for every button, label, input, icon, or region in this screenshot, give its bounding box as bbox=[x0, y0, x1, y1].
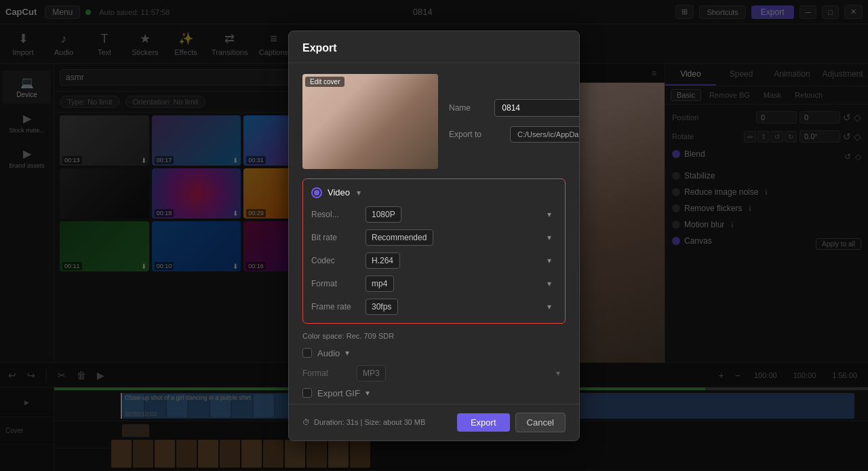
codec-row: Codec H.264 H.265 bbox=[311, 252, 557, 269]
export-to-label: Export to bbox=[449, 130, 510, 139]
audio-section-header: Audio ▾ bbox=[302, 348, 566, 358]
modal-meta: Name Export to 📁 bbox=[449, 74, 579, 169]
audio-format-select-wrap: MP3 AAC bbox=[357, 365, 566, 381]
bitrate-row: Bit rate Recommended Low High bbox=[311, 229, 557, 246]
bitrate-select-wrap: Recommended Low High bbox=[366, 229, 557, 246]
video-section-title: Video bbox=[328, 187, 350, 197]
modal-cancel-btn[interactable]: Cancel bbox=[515, 413, 566, 432]
modal-body: Edit cover Name Export to 📁 bbox=[289, 63, 579, 404]
audio-section: Audio ▾ Format MP3 AAC bbox=[302, 348, 566, 381]
audio-section-title: Audio bbox=[317, 348, 340, 358]
format-label: Format bbox=[311, 279, 366, 288]
edit-cover-btn[interactable]: Edit cover bbox=[305, 77, 344, 87]
bitrate-select[interactable]: Recommended Low High bbox=[366, 229, 433, 246]
gif-section-header: Export GIF ▾ bbox=[302, 388, 566, 398]
bitrate-label: Bit rate bbox=[311, 233, 366, 242]
modal-footer: ⏱ Duration: 31s | Size: about 30 MB Expo… bbox=[289, 404, 579, 440]
framerate-select[interactable]: 30fps 24fps 60fps bbox=[366, 299, 398, 315]
export-path-input[interactable] bbox=[510, 126, 579, 143]
modal-top: Edit cover Name Export to 📁 bbox=[302, 74, 566, 169]
modal-preview-image: Edit cover bbox=[302, 74, 438, 169]
gif-section-arrow: ▾ bbox=[366, 388, 370, 398]
modal-overlay[interactable]: Export Edit cover Name Export to bbox=[0, 0, 868, 471]
modal-header: Export bbox=[289, 31, 579, 63]
audio-format-label: Format bbox=[302, 369, 357, 378]
modal-export-btn[interactable]: Export bbox=[457, 413, 510, 432]
format-select[interactable]: mp4 mov avi bbox=[366, 276, 394, 292]
video-checkbox[interactable] bbox=[311, 187, 322, 198]
audio-format-row: Format MP3 AAC bbox=[302, 365, 566, 381]
framerate-label: Frame rate bbox=[311, 302, 366, 312]
duration-icon: ⏱ bbox=[302, 418, 310, 426]
color-space-text: Color space: Rec. 709 SDR bbox=[302, 332, 566, 340]
video-checkbox-inner bbox=[314, 190, 319, 195]
name-row: Name bbox=[449, 99, 579, 117]
framerate-row: Frame rate 30fps 24fps 60fps bbox=[311, 299, 557, 315]
audio-format-select[interactable]: MP3 AAC bbox=[357, 365, 386, 381]
export-path: 📁 bbox=[510, 125, 579, 143]
codec-select[interactable]: H.264 H.265 bbox=[366, 252, 400, 269]
video-section: Video ▾ Resol... 1080P 720P 4K bbox=[302, 178, 566, 324]
format-select-wrap: mp4 mov avi bbox=[366, 276, 557, 292]
codec-label: Codec bbox=[311, 256, 366, 265]
resolution-row: Resol... 1080P 720P 4K bbox=[311, 206, 557, 223]
modal-footer-info: ⏱ Duration: 31s | Size: about 30 MB bbox=[302, 418, 452, 426]
video-section-header: Video ▾ bbox=[311, 187, 557, 198]
resolution-select-wrap: 1080P 720P 4K bbox=[366, 206, 557, 223]
resolution-label: Resol... bbox=[311, 210, 366, 219]
resolution-select[interactable]: 1080P 720P 4K bbox=[366, 206, 401, 223]
name-label: Name bbox=[449, 103, 494, 113]
modal-preview-section: Edit cover bbox=[302, 74, 438, 169]
modal-title: Export bbox=[302, 42, 337, 54]
codec-select-wrap: H.264 H.265 bbox=[366, 252, 557, 269]
gif-section: Export GIF ▾ bbox=[302, 388, 566, 398]
name-input[interactable] bbox=[494, 99, 579, 117]
gif-section-title: Export GIF bbox=[317, 388, 360, 398]
video-section-arrow: ▾ bbox=[357, 188, 361, 197]
export-modal: Export Edit cover Name Export to bbox=[288, 31, 580, 441]
gif-checkbox[interactable] bbox=[302, 388, 312, 398]
audio-section-arrow: ▾ bbox=[345, 348, 349, 358]
duration-text: Duration: 31s | Size: about 30 MB bbox=[314, 418, 425, 426]
format-row: Format mp4 mov avi bbox=[311, 276, 557, 292]
audio-checkbox[interactable] bbox=[302, 348, 312, 358]
framerate-select-wrap: 30fps 24fps 60fps bbox=[366, 299, 557, 315]
export-to-row: Export to 📁 bbox=[449, 125, 579, 143]
